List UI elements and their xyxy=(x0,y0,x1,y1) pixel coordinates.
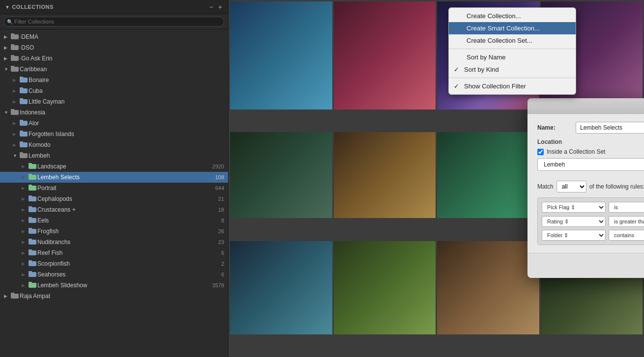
collection-icon xyxy=(29,206,37,214)
dialog-location-label: Location xyxy=(537,138,644,145)
expand-arrow[interactable]: ▶ xyxy=(22,272,29,277)
sidebar-item-reeffish[interactable]: ▶Reef Fish6 xyxy=(0,247,228,258)
expand-arrow[interactable]: ▼ xyxy=(4,110,11,115)
sidebar-item-frogfish[interactable]: ▶Frogfish26 xyxy=(0,226,228,237)
expand-arrow[interactable]: ▶ xyxy=(13,78,20,82)
sidebar-item-goask[interactable]: ▶·Go Ask Erin xyxy=(0,53,228,64)
expand-arrow[interactable]: ▶ xyxy=(22,164,29,169)
expand-arrow[interactable]: ▶ xyxy=(22,196,29,201)
photo-cell[interactable] xyxy=(334,1,436,110)
photo-cell[interactable] xyxy=(230,1,332,110)
expand-arrow[interactable]: ▶ xyxy=(22,207,29,212)
menu-create-smart[interactable]: Create Smart Collection... xyxy=(449,22,576,34)
photo-cell[interactable] xyxy=(334,132,436,218)
sidebar-item-caribbean[interactable]: ▼Caribbean xyxy=(0,64,228,75)
expand-arrow[interactable]: ▶ xyxy=(13,132,20,137)
dialog-name-input[interactable] xyxy=(576,122,644,134)
expand-arrow[interactable]: ▶ xyxy=(22,229,29,234)
sidebar: ▼ COLLECTIONS − + 🔍 ▶·DEMA▶·DSO▶·Go Ask … xyxy=(0,0,229,357)
collection-icon xyxy=(20,141,29,149)
sidebar-item-bonaire[interactable]: ▶Bonaire xyxy=(0,75,228,85)
checkmark-show-filter: ✓ xyxy=(454,82,459,90)
expand-arrow[interactable]: ▶ xyxy=(22,250,29,255)
expand-arrow[interactable]: ▶ xyxy=(4,45,11,50)
expand-arrow[interactable]: ▶ xyxy=(22,186,29,191)
sidebar-item-indonesia[interactable]: ▼Indonesia xyxy=(0,107,228,118)
expand-arrow[interactable]: ▶ xyxy=(22,240,29,245)
photo-cell[interactable] xyxy=(230,132,332,218)
menu-sort-kind[interactable]: ✓ Sort by Kind xyxy=(449,63,576,76)
svg-rect-33 xyxy=(29,206,32,208)
dialog-footer: Cancel Create xyxy=(527,253,644,278)
expand-arrow[interactable]: ▶ xyxy=(22,175,29,180)
sidebar-item-cephalopods[interactable]: ▶Cephalopods21 xyxy=(0,193,228,204)
sidebar-item-dso[interactable]: ▶·DSO xyxy=(0,42,228,53)
rule3-field-select[interactable]: Folder ⇕ xyxy=(542,230,606,241)
expand-arrow[interactable]: ▶ xyxy=(22,218,29,223)
sidebar-item-komodo[interactable]: ▶Komodo xyxy=(0,139,228,150)
sidebar-item-lembehselects[interactable]: ▶Lembeh Selects108 xyxy=(0,172,228,183)
sidebar-item-seahorses[interactable]: ▶Seahorses6 xyxy=(0,269,228,280)
smart-collection-icon xyxy=(29,163,37,170)
expand-arrow[interactable]: ▼ xyxy=(13,153,20,158)
menu-sort-name[interactable]: Sort by Name xyxy=(449,51,576,63)
sidebar-item-rajaampat[interactable]: ▶Raja Ampat xyxy=(0,291,228,302)
folder-icon xyxy=(11,33,20,41)
expand-arrow[interactable]: ▶ xyxy=(22,283,29,288)
rule3-operator-select[interactable]: contains does not contain starts with en… xyxy=(609,230,644,241)
photo-cell[interactable] xyxy=(334,241,436,334)
menu-create-set[interactable]: Create Collection Set... xyxy=(449,34,576,47)
expand-arrow[interactable]: ▶ xyxy=(13,88,20,93)
sidebar-item-nudibranchs[interactable]: ▶Nudibranchs23 xyxy=(0,237,228,247)
collection-label: Crustaceans + xyxy=(37,206,209,213)
sidebar-item-eels[interactable]: ▶Eels8 xyxy=(0,215,228,226)
svg-rect-47 xyxy=(29,282,32,284)
sidebar-item-portrait[interactable]: ▶Portrait644 xyxy=(0,183,228,193)
inside-set-checkbox[interactable] xyxy=(537,149,544,155)
expand-arrow[interactable]: ▶ xyxy=(22,261,29,266)
sidebar-item-littlecayman[interactable]: ▶Little Cayman xyxy=(0,96,228,107)
folder-icon xyxy=(11,109,20,116)
photo-cell[interactable] xyxy=(437,241,539,334)
sidebar-title: ▼ COLLECTIONS xyxy=(5,4,54,10)
location-dropdown[interactable]: Lembeh Caribbean Indonesia xyxy=(537,158,644,171)
expand-arrow[interactable]: ▶ xyxy=(4,34,11,39)
collection-label: Bonaire xyxy=(29,77,209,83)
collection-icon xyxy=(20,119,29,127)
collection-count: 26 xyxy=(209,228,224,234)
rule-row-2: Rating ⇕ is greater than or equal to is … xyxy=(542,216,644,227)
sidebar-plus-button[interactable]: + xyxy=(217,3,223,11)
sidebar-minus-button[interactable]: − xyxy=(208,3,214,11)
collection-count: 6 xyxy=(209,272,224,277)
sidebar-collapse-arrow[interactable]: ▼ xyxy=(5,4,10,10)
collection-icon xyxy=(29,227,37,235)
expand-arrow[interactable]: ▶ xyxy=(13,121,20,126)
rule1-field-select[interactable]: Pick Flag ⇕ xyxy=(542,202,606,213)
expand-arrow[interactable]: ▼ xyxy=(4,67,11,72)
rule2-field-select[interactable]: Rating ⇕ xyxy=(542,216,606,227)
sidebar-item-dema[interactable]: ▶·DEMA xyxy=(0,31,228,42)
match-select[interactable]: all any none xyxy=(556,181,586,192)
menu-create-collection[interactable]: Create Collection... xyxy=(449,10,576,22)
smart-collection-icon xyxy=(29,184,37,192)
menu-show-filter[interactable]: ✓ Show Collection Filter xyxy=(449,80,576,92)
search-input[interactable] xyxy=(4,17,224,27)
sidebar-actions: − + xyxy=(208,3,223,11)
sidebar-item-scorpionfish[interactable]: ▶Scorpionfish2 xyxy=(0,258,228,269)
photo-cell[interactable] xyxy=(437,132,539,218)
sidebar-item-lembeh[interactable]: ▼Lembeh xyxy=(0,150,228,161)
sidebar-item-lembehslideshow[interactable]: ▶Lembeh Slideshow3578 xyxy=(0,280,228,291)
sidebar-item-forgottenislands[interactable]: ▶Forgotten Islands xyxy=(0,129,228,139)
sidebar-item-alor[interactable]: ▶Alor xyxy=(0,118,228,129)
photo-cell[interactable] xyxy=(230,241,332,334)
sidebar-item-crustaceans[interactable]: ▶Crustaceans +18 xyxy=(0,204,228,215)
expand-arrow[interactable]: ▶ xyxy=(13,142,20,147)
sidebar-item-cuba[interactable]: ▶Cuba xyxy=(0,85,228,96)
expand-arrow[interactable]: ▶ xyxy=(4,56,11,61)
rule2-operator-select[interactable]: is greater than or equal to is equal to … xyxy=(609,216,644,227)
sidebar-item-landscape[interactable]: ▶Landscape2920 xyxy=(0,161,228,172)
expand-arrow[interactable]: ▶ xyxy=(4,294,11,299)
collection-icon xyxy=(29,217,37,224)
rule1-operator-select[interactable]: is xyxy=(609,202,644,213)
expand-arrow[interactable]: ▶ xyxy=(13,99,20,104)
